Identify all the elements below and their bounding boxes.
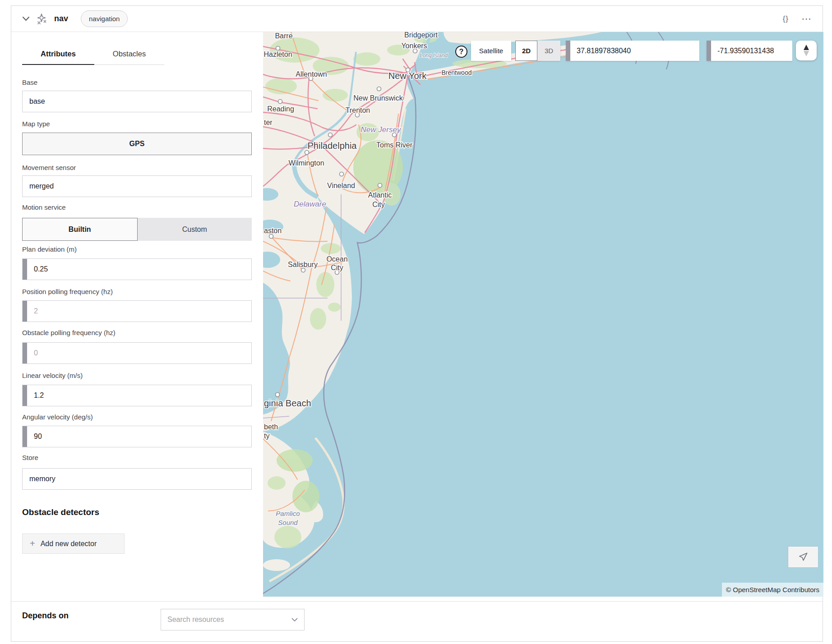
service-sparkle-icon xyxy=(36,13,47,25)
plus-icon: + xyxy=(30,538,35,549)
map-label: Salisbury xyxy=(288,261,318,268)
map-label: Philadelphia xyxy=(308,141,357,151)
map-label: Yonkers xyxy=(401,42,427,50)
number-drag-handle[interactable] xyxy=(566,41,570,61)
number-drag-handle[interactable] xyxy=(23,343,27,363)
compass-needle-icon xyxy=(803,44,810,57)
map-label: Allentown xyxy=(296,70,327,78)
map-label: New York xyxy=(388,71,427,81)
map-label: aston xyxy=(264,227,282,235)
service-type-badge: navigation xyxy=(81,10,128,27)
motion-service-custom-option[interactable]: Custom xyxy=(138,218,252,241)
map-label: Barre xyxy=(275,32,292,40)
map-label: City xyxy=(331,264,343,271)
map-attribution: © OpenStreetMap Contributors xyxy=(722,583,823,597)
map-label: Delaware xyxy=(294,200,326,208)
map-label: Bridgeport xyxy=(404,32,438,39)
map-3d-button[interactable]: 3D xyxy=(537,41,560,61)
map-label: Brentwood xyxy=(442,69,472,76)
linear-velocity-input[interactable] xyxy=(27,385,251,406)
map-label: Wilmington xyxy=(288,159,324,167)
map-type-gps-button[interactable]: GPS xyxy=(22,133,252,155)
service-card: nav navigation {} ⋯ Attributes Obstacles… xyxy=(11,5,823,642)
store-label: Store xyxy=(22,454,38,461)
navigation-map[interactable]: BarreHazletonAllentownReadingterYonkersB… xyxy=(263,32,823,597)
panel-tabs: Attributes Obstacles xyxy=(22,44,164,65)
number-drag-handle[interactable] xyxy=(23,426,27,447)
latitude-input-wrap xyxy=(566,41,699,61)
base-input-wrap xyxy=(22,91,252,112)
angular-velocity-input[interactable] xyxy=(27,426,251,447)
obstacle-polling-input-wrap xyxy=(22,342,252,364)
depends-on-heading: Depends on xyxy=(22,611,69,621)
nc-island xyxy=(263,559,290,571)
map-label: Ocean xyxy=(326,255,347,263)
map-label: Vineland xyxy=(327,182,355,189)
angular-velocity-input-wrap xyxy=(22,426,252,447)
number-drag-handle[interactable] xyxy=(23,385,27,406)
map-label: Sound xyxy=(278,519,298,526)
map-label: ty xyxy=(264,432,269,440)
map-label: ter xyxy=(264,119,273,126)
movement-sensor-input-wrap xyxy=(22,175,252,197)
store-input-wrap xyxy=(22,468,252,490)
map-canvas: BarreHazletonAllentownReadingterYonkersB… xyxy=(263,32,823,597)
linear-velocity-label: Linear velocity (m/s) xyxy=(22,372,83,379)
map-2d-button[interactable]: 2D xyxy=(515,41,537,61)
navigation-arrow-icon xyxy=(798,552,809,562)
more-menu-icon[interactable]: ⋯ xyxy=(801,17,812,21)
position-polling-input[interactable] xyxy=(27,301,251,322)
number-drag-handle[interactable] xyxy=(23,259,27,280)
map-label: ginia Beach xyxy=(264,398,311,408)
map-label: beth xyxy=(264,423,278,431)
motion-service-builtin-option[interactable]: Builtin xyxy=(22,218,138,241)
map-label: City xyxy=(372,201,385,208)
service-name: nav xyxy=(54,14,68,23)
satellite-toggle-button[interactable]: Satellite xyxy=(471,41,511,61)
map-help-button[interactable]: ? xyxy=(455,46,467,58)
longitude-input-wrap xyxy=(707,41,792,61)
json-mode-icon[interactable]: {} xyxy=(783,14,789,23)
tab-obstacles[interactable]: Obstacles xyxy=(94,44,164,65)
tab-attributes[interactable]: Attributes xyxy=(22,44,94,65)
depends-on-select[interactable]: Search resources xyxy=(161,609,305,630)
obstacle-detectors-heading: Obstacle detectors xyxy=(22,507,99,517)
motion-service-label: Motion service xyxy=(22,203,66,211)
map-label: Long Island xyxy=(420,52,448,59)
map-label: New Brunswick xyxy=(353,94,403,102)
map-label: Trenton xyxy=(346,106,370,114)
map-label: New Jersey xyxy=(361,125,402,134)
map-label: Atlantic xyxy=(368,191,392,199)
collapse-chevron-icon[interactable] xyxy=(22,16,30,21)
plan-deviation-label: Plan deviation (m) xyxy=(22,245,77,253)
map-label: Pamlico xyxy=(276,510,300,517)
base-input[interactable] xyxy=(23,91,251,112)
depends-on-section: Depends on Search resources xyxy=(11,601,823,642)
position-polling-input-wrap xyxy=(22,300,252,322)
position-polling-label: Position polling frequency (hz) xyxy=(22,288,113,295)
linear-velocity-input-wrap xyxy=(22,385,252,406)
plan-deviation-input[interactable] xyxy=(27,259,251,280)
chevron-down-icon xyxy=(291,618,298,622)
store-input[interactable] xyxy=(23,469,251,489)
locate-button[interactable] xyxy=(788,547,818,567)
number-drag-handle[interactable] xyxy=(707,41,711,61)
latitude-input[interactable] xyxy=(570,47,699,55)
base-label: Base xyxy=(22,78,37,86)
movement-sensor-input[interactable] xyxy=(23,176,251,197)
card-header: nav navigation {} ⋯ xyxy=(11,6,823,32)
map-label: Toms River xyxy=(376,141,413,149)
add-detector-button[interactable]: + Add new detector xyxy=(22,534,125,554)
angular-velocity-label: Angular velocity (deg/s) xyxy=(22,413,93,421)
depends-on-placeholder: Search resources xyxy=(167,616,291,624)
map-label: Hazleton xyxy=(263,51,292,58)
page: nav navigation {} ⋯ Attributes Obstacles… xyxy=(0,0,832,644)
compass-control[interactable] xyxy=(796,41,817,60)
obstacle-polling-label: Obstacle polling frequency (hz) xyxy=(22,329,116,336)
longitude-input[interactable] xyxy=(711,47,792,55)
movement-sensor-label: Movement sensor xyxy=(22,164,76,171)
help-question-icon: ? xyxy=(459,48,464,56)
number-drag-handle[interactable] xyxy=(23,301,27,322)
obstacle-polling-input[interactable] xyxy=(27,343,251,363)
map-type-label: Map type xyxy=(22,120,50,128)
